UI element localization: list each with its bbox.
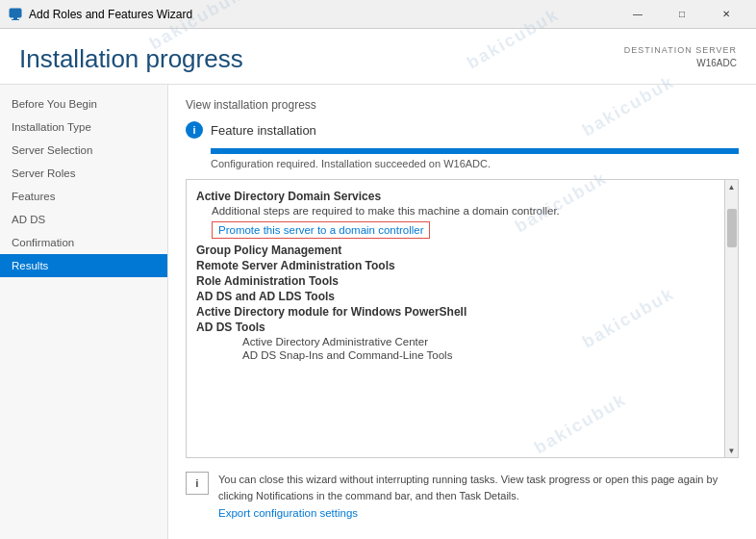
sidebar: Before You Begin Installation Type Serve… (0, 85, 168, 539)
close-window-button[interactable]: ✕ (704, 0, 748, 29)
main-content: View installation progress i Feature ins… (168, 85, 756, 539)
title-bar-controls[interactable]: — □ ✕ (616, 0, 748, 29)
result-ad-ds-title: Active Directory Domain Services (196, 190, 715, 203)
sidebar-item-server-selection[interactable]: Server Selection (0, 139, 167, 162)
result-additional-steps: Additional steps are required to make th… (212, 205, 715, 217)
scroll-down-arrow[interactable]: ▼ (725, 444, 739, 457)
title-bar-text: Add Roles and Features Wizard (29, 8, 616, 21)
destination-server-name: W16ADC (624, 57, 737, 70)
result-ad-module: Active Directory module for Windows Powe… (196, 305, 715, 319)
maximize-button[interactable]: □ (660, 0, 704, 29)
scroll-thumb[interactable] (727, 209, 737, 247)
scroll-up-arrow[interactable]: ▲ (725, 180, 739, 193)
section-title: View installation progress (186, 98, 739, 112)
result-ad-ds-lds: AD DS and AD LDS Tools (196, 290, 715, 303)
feature-installation-row: i Feature installation (186, 121, 739, 139)
notice-icon: i (186, 472, 209, 495)
app-icon (8, 7, 23, 22)
sidebar-item-server-roles[interactable]: Server Roles (0, 162, 167, 185)
destination-label: DESTINATION SERVER (624, 44, 737, 57)
destination-server-info: DESTINATION SERVER W16ADC (624, 44, 737, 70)
svg-rect-2 (12, 19, 19, 20)
sidebar-item-ad-ds[interactable]: AD DS (0, 208, 167, 231)
main-window: Installation progress DESTINATION SERVER… (0, 29, 756, 539)
result-ad-admin-center: Active Directory Administrative Center (242, 336, 715, 347)
progress-bar-fill (211, 148, 739, 154)
config-text: Configuration required. Installation suc… (211, 158, 739, 169)
results-scroll[interactable]: Active Directory Domain Services Additio… (187, 180, 724, 457)
results-box: Active Directory Domain Services Additio… (186, 179, 739, 458)
header: Installation progress DESTINATION SERVER… (0, 29, 756, 85)
bottom-notice: i You can close this wizard without inte… (186, 466, 739, 526)
sidebar-item-features[interactable]: Features (0, 185, 167, 208)
progress-bar-container (211, 148, 739, 154)
body: Before You Begin Installation Type Serve… (0, 85, 756, 539)
notice-text: You can close this wizard without interr… (218, 472, 739, 503)
sidebar-item-installation-type[interactable]: Installation Type (0, 116, 167, 139)
scrollbar[interactable]: ▲ ▼ (724, 180, 738, 457)
result-role-admin: Role Administration Tools (196, 274, 715, 288)
svg-rect-0 (10, 9, 21, 17)
sidebar-item-before-you-begin[interactable]: Before You Begin (0, 92, 167, 116)
title-bar: Add Roles and Features Wizard — □ ✕ (0, 0, 756, 29)
result-group-policy: Group Policy Management (196, 244, 715, 257)
info-icon: i (186, 121, 203, 139)
sidebar-item-confirmation[interactable]: Confirmation (0, 231, 167, 254)
page-title: Installation progress (19, 44, 243, 74)
svg-rect-1 (13, 17, 17, 19)
sidebar-item-results[interactable]: Results (0, 254, 167, 277)
result-ad-ds-tools: AD DS Tools (196, 321, 715, 334)
export-link[interactable]: Export configuration settings (218, 507, 358, 519)
result-ad-snap-ins: AD DS Snap-Ins and Command-Line Tools (242, 349, 715, 361)
feature-label: Feature installation (211, 123, 316, 138)
promote-link[interactable]: Promote this server to a domain controll… (212, 221, 430, 239)
minimize-button[interactable]: — (616, 0, 660, 29)
result-remote-admin: Remote Server Administration Tools (196, 259, 715, 272)
